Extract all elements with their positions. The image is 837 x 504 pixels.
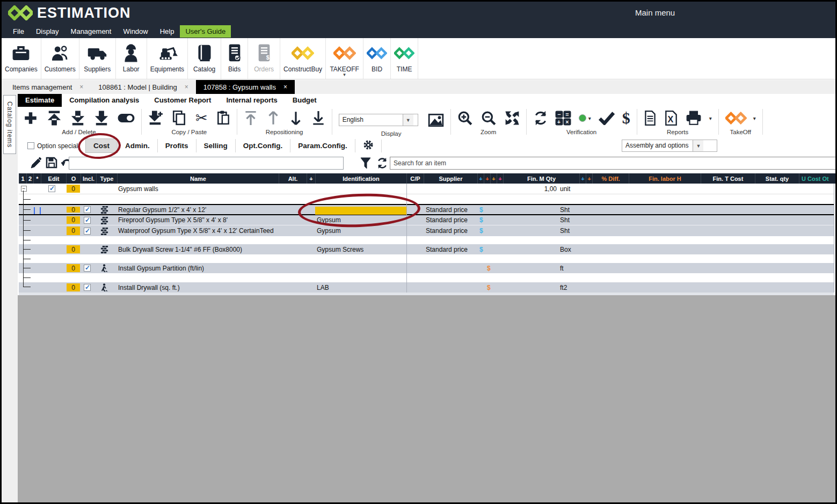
- refresh-icon[interactable]: [533, 111, 548, 126]
- suppliers-button[interactable]: Suppliers: [79, 38, 116, 79]
- identification-value[interactable]: Gypsum: [317, 225, 341, 236]
- calculator-icon[interactable]: −=+×: [555, 111, 571, 126]
- move-bottom-icon[interactable]: [311, 111, 325, 126]
- close-icon[interactable]: ×: [185, 83, 188, 91]
- col-star[interactable]: *: [33, 173, 41, 184]
- status-indicator[interactable]: ▾: [578, 114, 591, 122]
- tab-opt-config[interactable]: Opt.Config.: [236, 139, 290, 152]
- close-icon[interactable]: ×: [79, 83, 83, 91]
- fin-m-qty-value[interactable]: 1,00: [503, 184, 557, 194]
- move-top-icon[interactable]: [244, 111, 258, 126]
- tab-internal-reports[interactable]: Internal reports: [219, 94, 285, 107]
- col-2[interactable]: 2: [26, 173, 33, 184]
- menu-help[interactable]: Help: [154, 25, 180, 38]
- col-plus-orange2[interactable]: +: [586, 173, 592, 184]
- col-cp[interactable]: C/P: [406, 173, 424, 184]
- save-icon[interactable]: [46, 157, 57, 169]
- item-name[interactable]: Install Drywall (sq. ft.): [118, 282, 180, 293]
- takeoff-caret-icon[interactable]: ▾: [343, 73, 346, 76]
- col-identification[interactable]: Identification: [315, 173, 406, 184]
- tab-items-management[interactable]: Items management ×: [5, 80, 91, 94]
- col-o[interactable]: O: [66, 173, 81, 184]
- menu-management[interactable]: Management: [65, 25, 118, 38]
- move-up-icon[interactable]: [266, 111, 280, 126]
- delete-below-icon[interactable]: [70, 111, 85, 126]
- col-u-cost[interactable]: U Cost Ot: [799, 173, 837, 184]
- insert-below-icon[interactable]: [94, 111, 109, 126]
- bids-button[interactable]: Bids: [221, 38, 248, 79]
- col-incl[interactable]: Incl.: [81, 173, 96, 184]
- tab-param-config[interactable]: Param.Config.: [290, 139, 355, 152]
- supply-dollar-icon[interactable]: $: [479, 215, 483, 225]
- catalog-items-panel-tab[interactable]: Catalog items: [3, 95, 16, 154]
- chevron-down-icon[interactable]: ▼: [403, 114, 413, 126]
- paste-icon[interactable]: [216, 111, 230, 126]
- labor-button[interactable]: Labor: [116, 38, 147, 79]
- constructbuy-button[interactable]: ConstructBuy: [280, 38, 326, 79]
- item-name[interactable]: Install Gypsum Partition (ft/lin): [118, 263, 204, 273]
- supply-dollar-icon[interactable]: $: [479, 225, 483, 236]
- assembly-options-select[interactable]: Assembly and options ▼: [622, 140, 717, 152]
- copy-icon[interactable]: [172, 111, 187, 126]
- item-row-install-gypsum-partition[interactable]: 0 Install Gypsum Partition (ft/lin) $ ft: [19, 263, 834, 273]
- o-value[interactable]: 0: [67, 264, 80, 272]
- col-name[interactable]: Name: [117, 173, 279, 184]
- col-1[interactable]: 1: [19, 173, 26, 184]
- item-edit-input[interactable]: [69, 157, 344, 170]
- col-plus-pink[interactable]: +: [497, 173, 503, 184]
- incl-checkbox[interactable]: [84, 217, 91, 224]
- search-input[interactable]: [390, 157, 837, 170]
- menu-display[interactable]: Display: [30, 25, 65, 38]
- supplier-value[interactable]: Standard price: [426, 244, 468, 254]
- tab-estimate[interactable]: Estimate: [18, 94, 62, 107]
- o-value[interactable]: 0: [67, 245, 80, 253]
- labor-dollar-icon[interactable]: $: [487, 263, 491, 273]
- move-down-icon[interactable]: [289, 111, 303, 126]
- report-doc-icon[interactable]: [644, 111, 657, 126]
- tab-model-building[interactable]: 108861 : Model | Building ×: [91, 80, 196, 94]
- edit-checkbox[interactable]: [48, 185, 55, 192]
- time-button[interactable]: TIME: [391, 38, 418, 79]
- incl-checkbox[interactable]: [84, 228, 91, 235]
- col-plus-amber[interactable]: +: [490, 173, 497, 184]
- menu-window[interactable]: Window: [117, 25, 154, 38]
- o-value[interactable]: 0: [67, 227, 80, 235]
- takeoff-logo-icon[interactable]: [725, 112, 747, 125]
- dollar-icon[interactable]: $: [622, 109, 630, 127]
- tab-budget[interactable]: Budget: [285, 94, 324, 107]
- zoom-in-icon[interactable]: [457, 111, 472, 126]
- col-supplier[interactable]: Supplier: [424, 173, 477, 184]
- item-row-regular-gypsum[interactable]: 0 Regular Gypsum 1/2" x 4' x 12' Standar…: [19, 204, 834, 215]
- add-icon[interactable]: [23, 111, 38, 126]
- item-name[interactable]: Bulk Drywall Screw 1-1/4" #6 FF (Box8000…: [118, 244, 242, 254]
- incl-checkbox[interactable]: [84, 265, 91, 272]
- catalog-button[interactable]: Catalog: [188, 38, 221, 79]
- group-row-gypsum-walls[interactable]: 0 Gypsum walls 1,00 unit: [19, 184, 834, 194]
- customers-button[interactable]: Customers: [41, 38, 79, 79]
- o-value[interactable]: 0: [67, 185, 80, 193]
- menu-users-guide[interactable]: User's Guide: [180, 25, 231, 38]
- cut-icon[interactable]: ✂: [195, 109, 208, 127]
- incl-checkbox[interactable]: [84, 284, 91, 291]
- language-select[interactable]: English ▼: [339, 114, 418, 126]
- identification-value[interactable]: Gypsum Screws: [317, 244, 363, 254]
- item-row-waterproof-gypsum[interactable]: 0 Waterproof Gypsum Type X 5/8" x 4' x 1…: [19, 225, 834, 236]
- col-type[interactable]: Type: [96, 173, 117, 184]
- print-icon[interactable]: [686, 111, 702, 126]
- toggle-icon[interactable]: [118, 113, 135, 123]
- item-name[interactable]: Fireproof Gypsum Type X 5/8" x 4' x 8': [118, 215, 228, 225]
- col-fin-m-qty[interactable]: Fin. M Qty: [503, 173, 579, 184]
- tab-gypsum-walls[interactable]: 107858 : Gypsum walls ×: [196, 80, 295, 94]
- o-value[interactable]: 0: [67, 216, 80, 224]
- identification-highlight-cell[interactable]: [315, 207, 406, 215]
- tab-cost[interactable]: Cost: [85, 138, 118, 153]
- tab-admin[interactable]: Admin.: [118, 139, 158, 152]
- validate-check-icon[interactable]: [598, 111, 615, 125]
- col-plus[interactable]: +: [307, 173, 315, 184]
- incl-checkbox[interactable]: [84, 206, 91, 213]
- col-edit[interactable]: Edit: [41, 173, 66, 184]
- col-plus-supply[interactable]: +: [477, 173, 484, 184]
- companies-button[interactable]: Companies: [2, 38, 41, 79]
- bid-button[interactable]: BID: [363, 38, 391, 79]
- equipments-button[interactable]: Equipments: [147, 38, 188, 79]
